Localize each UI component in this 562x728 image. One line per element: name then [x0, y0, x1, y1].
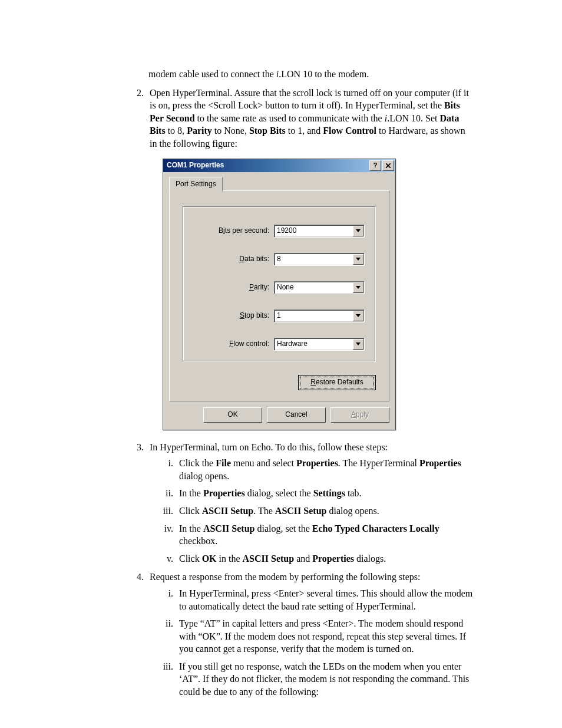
apply-button[interactable]: Apply [330, 407, 389, 423]
text: Open HyperTerminal. Assure that the scro… [150, 88, 469, 111]
step-3-v: Click OK in the ASCII Setup and Properti… [176, 552, 474, 565]
combo-value: 19200 [277, 226, 352, 235]
main-steps-list: Open HyperTerminal. Assure that the scro… [130, 87, 474, 699]
tab-strip: Port Settings [169, 178, 389, 191]
text: to 8, [168, 126, 187, 136]
combo-value: None [277, 282, 352, 292]
chevron-down-icon[interactable] [353, 311, 363, 321]
step-3-iv: In the ASCII Setup dialog, set the Echo … [176, 522, 474, 548]
com1-properties-dialog: COM1 Properties ? Port Settings [163, 159, 474, 430]
close-button[interactable] [382, 160, 394, 171]
dialog-buttons: OK Cancel Apply [169, 401, 389, 424]
step-3-i: Click the File menu and select Propertie… [176, 457, 474, 482]
combo-stop-bits[interactable]: 1 [274, 309, 365, 322]
step-4-ii: Type “AT” in capital letters and press <… [176, 617, 474, 655]
label-data-bits: Data bits: [194, 254, 274, 263]
tab-port-settings[interactable]: Port Settings [169, 177, 223, 191]
combo-data-bits[interactable]: 8 [274, 253, 365, 266]
text: In HyperTerminal, turn on Echo. To do th… [150, 442, 388, 452]
label-bits-per-second: Bits per second: [194, 226, 274, 235]
text: to 1, and [288, 126, 323, 136]
step-4-i: In HyperTerminal, press <Enter> several … [176, 587, 474, 612]
row-data-bits: Data bits: 8 [194, 253, 365, 266]
restore-defaults-button[interactable]: Restore Defaults [298, 375, 376, 390]
cancel-button[interactable]: Cancel [267, 407, 326, 423]
row-stop-bits: Stop bits: 1 [194, 309, 365, 322]
chevron-down-icon[interactable] [353, 226, 363, 236]
step-3-iii: Click ASCII Setup. The ASCII Setup dialo… [176, 505, 474, 518]
chevron-down-icon[interactable] [353, 339, 363, 350]
step-4: Request a response from the modem by per… [146, 571, 474, 698]
label-stop-bits: Stop bits: [194, 311, 274, 320]
chevron-down-icon[interactable] [353, 254, 363, 265]
settings-group: Bits per second: 19200 Data bits: [183, 206, 376, 362]
label-flow-control: Flow control: [194, 339, 274, 348]
help-button[interactable]: ? [369, 160, 381, 171]
orphan-line: modem cable used to connect the i.LON 10… [148, 68, 474, 81]
combo-value: 1 [277, 311, 352, 320]
row-bits-per-second: Bits per second: 19200 [194, 225, 365, 238]
dialog-title: COM1 Properties [167, 160, 368, 170]
text: modem cable used to connect the [148, 69, 276, 79]
combo-parity[interactable]: None [274, 281, 365, 294]
step-4-iii: If you still get no response, watch the … [176, 660, 474, 699]
text: .LON 10. Set [387, 113, 439, 123]
step-3-ii: In the Properties dialog, select the Set… [176, 487, 474, 500]
combo-value: Hardware [277, 339, 352, 348]
row-flow-control: Flow control: Hardware [194, 338, 365, 351]
step-4-substeps: In HyperTerminal, press <Enter> several … [150, 587, 474, 699]
combo-flow-control[interactable]: Hardware [274, 338, 365, 351]
text: to the same rate as used to communicate … [197, 113, 385, 123]
combo-value: 8 [277, 254, 352, 263]
step-2: Open HyperTerminal. Assure that the scro… [146, 87, 474, 430]
ok-button[interactable]: OK [203, 407, 262, 423]
row-parity: Parity: None [194, 281, 365, 294]
step-3-substeps: Click the File menu and select Propertie… [150, 457, 474, 565]
step-3: In HyperTerminal, turn on Echo. To do th… [146, 441, 474, 565]
close-icon [386, 163, 391, 168]
tab-panel: Bits per second: 19200 Data bits: [169, 190, 389, 401]
combo-bits-per-second[interactable]: 19200 [274, 225, 365, 238]
label-parity: Parity: [194, 282, 274, 292]
text-bold: Stop Bits [249, 126, 286, 136]
titlebar: COM1 Properties ? [163, 159, 395, 172]
text: Request a response from the modem by per… [150, 572, 420, 582]
text: to None, [214, 126, 249, 136]
text-bold: Parity [187, 126, 212, 136]
chevron-down-icon[interactable] [353, 282, 363, 293]
text-bold: Flow Control [323, 126, 376, 136]
text: .LON 10 to the modem. [279, 69, 369, 79]
